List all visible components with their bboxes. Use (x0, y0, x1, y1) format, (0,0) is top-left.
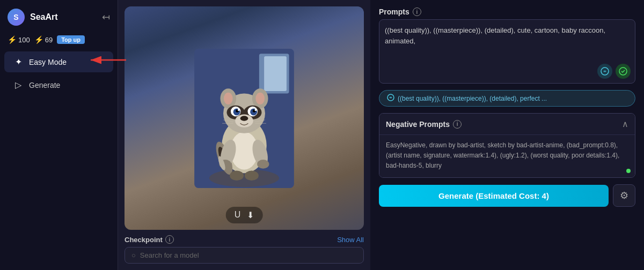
credit-value-1: 100 (18, 36, 30, 44)
prompts-section-header: Prompts i (379, 8, 635, 16)
upscale-button[interactable]: U (235, 210, 241, 220)
bolt-icon-2: ⚡ (34, 35, 43, 44)
checkpoint-info-icon[interactable]: i (165, 235, 174, 244)
svg-point-26 (240, 116, 248, 121)
sidebar-item-generate[interactable]: ▷ Generate (4, 74, 113, 95)
svg-point-36 (245, 170, 259, 181)
svg-point-23 (238, 109, 240, 111)
negative-prompts-info-icon[interactable]: i (453, 120, 462, 129)
red-arrow-indicator (89, 52, 131, 70)
right-panel: Prompts i ((best quality)), ((masterpiec… (370, 0, 644, 270)
suggestion-text: ((best quality)), ((masterpiece)), (deta… (398, 95, 547, 102)
download-button[interactable]: ⬇ (247, 210, 254, 220)
negative-prompts-content[interactable]: EasyNegative, drawn by bad-artist, sketc… (379, 134, 635, 177)
checkpoint-header: Checkpoint i (125, 235, 174, 244)
show-all-link[interactable]: Show All (337, 236, 364, 244)
generate-button[interactable]: Generate (Estimated Cost: 4) (379, 185, 609, 207)
logo: S (8, 9, 25, 26)
image-panel: U ⬇ Checkpoint i Show All ○ Search for a… (118, 0, 370, 270)
app-title: SeaArt (30, 12, 58, 22)
bolt-icon-1: ⚡ (8, 35, 17, 44)
svg-point-35 (230, 170, 244, 181)
settings-icon: ⚙ (620, 190, 628, 201)
svg-point-24 (255, 109, 257, 111)
sidebar-header: S SeaArt ↤ (0, 6, 118, 32)
credits-row: ⚡ 100 ⚡ 69 Top up (0, 32, 118, 47)
prompts-textbox[interactable]: ((best quality)), ((masterpiece)), (deta… (379, 19, 635, 84)
svg-point-12 (224, 92, 233, 104)
prompts-info-icon[interactable]: i (413, 8, 421, 16)
negative-header-left: Negative Prompts i (386, 120, 462, 129)
search-placeholder: Search for a model (140, 251, 199, 259)
negative-prompts-section: Negative Prompts i ∧ EasyNegative, drawn… (379, 113, 635, 178)
generate-nav-icon: ▷ (13, 80, 24, 90)
checkpoint-row: Checkpoint i Show All (125, 235, 364, 244)
main-content: U ⬇ Checkpoint i Show All ○ Search for a… (118, 0, 644, 270)
collapse-icon[interactable]: ∧ (622, 119, 628, 129)
prompts-ai-icons (597, 64, 631, 79)
ai-enhance-icon-1[interactable] (597, 64, 612, 79)
negative-prompts-header[interactable]: Negative Prompts i ∧ (379, 114, 635, 134)
svg-rect-4 (264, 56, 287, 91)
back-icon[interactable]: ↤ (102, 11, 110, 23)
image-container: U ⬇ (125, 6, 364, 230)
easy-mode-label: Easy Mode (29, 58, 67, 66)
prompts-section: Prompts i ((best quality)), ((masterpiec… (379, 8, 635, 84)
generate-row: Generate (Estimated Cost: 4) ⚙ (379, 184, 635, 207)
search-icon: ○ (131, 251, 136, 259)
svg-point-34 (257, 160, 269, 169)
checkpoint-search[interactable]: ○ Search for a model (125, 247, 364, 264)
suggestion-bar[interactable]: ((best quality)), ((masterpiece)), (deta… (379, 90, 635, 107)
prompts-label: Prompts (379, 8, 409, 16)
sidebar: S SeaArt ↤ ⚡ 100 ⚡ 69 Top up ✦ Easy Mode… (0, 0, 118, 270)
generate-cost: (Estimated Cost: 4) (475, 191, 549, 200)
image-actions: U ⬇ (226, 207, 263, 223)
suggestion-icon (387, 94, 394, 103)
topup-button[interactable]: Top up (57, 35, 85, 44)
credit-badge-2: ⚡ 69 (34, 35, 53, 44)
generate-nav-label: Generate (29, 81, 60, 89)
checkpoint-label: Checkpoint (125, 236, 163, 244)
green-dot-indicator (626, 169, 631, 173)
generated-image (125, 6, 364, 230)
checkpoint-section: Checkpoint i Show All ○ Search for a mod… (125, 235, 364, 264)
credit-value-2: 69 (45, 36, 53, 44)
ai-enhance-icon-2[interactable] (616, 64, 631, 79)
easy-mode-icon: ✦ (13, 57, 24, 67)
prompts-content: ((best quality)), ((masterpiece)), (deta… (385, 26, 605, 45)
svg-point-14 (255, 92, 265, 104)
credit-badge-1: ⚡ 100 (8, 35, 30, 44)
negative-prompts-text: EasyNegative, drawn by bad-artist, sketc… (386, 141, 619, 169)
settings-button[interactable]: ⚙ (613, 184, 635, 207)
generate-label: Generate (438, 191, 473, 200)
negative-prompts-label: Negative Prompts (386, 120, 450, 129)
